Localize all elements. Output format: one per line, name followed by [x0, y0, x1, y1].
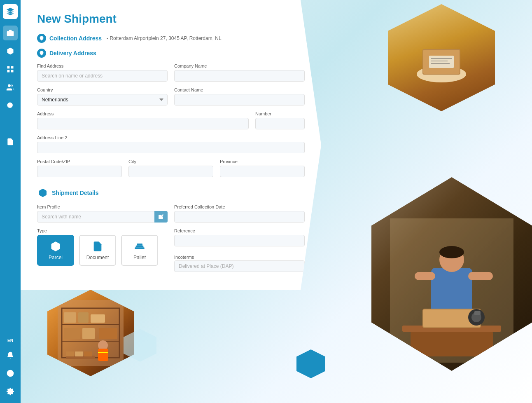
svg-rect-5: [7, 70, 10, 73]
sidebar-item-dashboard[interactable]: [3, 62, 18, 77]
shipment-details-section: Shipment Details Item Profile Preferred …: [37, 187, 305, 272]
contact-name-input[interactable]: [174, 94, 305, 105]
postal-group: Postal Code/ZIP: [37, 159, 122, 177]
contact-name-group: Contact Name: [174, 87, 305, 105]
province-group: Province: [220, 159, 305, 177]
collection-address-label: Collection Address: [49, 35, 102, 42]
address-group: Address: [37, 111, 249, 129]
sidebar-item-shipments[interactable]: [3, 26, 18, 40]
sidebar-item-help[interactable]: [3, 366, 18, 381]
number-group: Number: [255, 111, 305, 129]
incoterms-input[interactable]: [174, 260, 305, 272]
svg-rect-54: [75, 351, 83, 356]
reference-group: Reference Incoterms: [174, 228, 305, 272]
postal-input[interactable]: [37, 166, 122, 177]
type-label: Type: [37, 228, 168, 233]
svg-rect-48: [99, 328, 117, 339]
language-label[interactable]: EN: [7, 338, 13, 343]
number-label: Number: [255, 111, 305, 116]
svg-rect-38: [474, 311, 481, 315]
sidebar-item-users[interactable]: [3, 80, 18, 95]
svg-rect-46: [64, 328, 80, 339]
find-address-group: Find Address: [37, 63, 168, 82]
svg-point-56: [41, 37, 42, 39]
page-title: New Shipment: [37, 12, 305, 26]
province-input[interactable]: [220, 166, 305, 177]
sidebar: EN: [0, 0, 21, 403]
type-btn-document[interactable]: Document: [79, 235, 116, 266]
delivery-address-header: Delivery Address: [37, 49, 305, 58]
sidebar-item-settings[interactable]: [3, 384, 18, 399]
svg-rect-45: [91, 314, 105, 323]
svg-rect-22: [429, 56, 454, 68]
type-btn-document-label: Document: [86, 255, 109, 260]
svg-rect-31: [468, 272, 493, 280]
svg-rect-50: [98, 349, 108, 361]
postal-city-province-row: Postal Code/ZIP City Province: [37, 159, 305, 177]
item-profile-edit-button[interactable]: [154, 211, 168, 223]
address-label: Address: [37, 111, 249, 116]
postal-label: Postal Code/ZIP: [37, 159, 122, 164]
svg-rect-30: [415, 272, 435, 280]
address-input[interactable]: [37, 118, 249, 129]
collection-address-value: - Rotterdam Airportplein 27, 3045 AP, Ro…: [107, 35, 222, 41]
address-company-row: Find Address Company Name: [37, 63, 305, 82]
svg-rect-64: [137, 244, 142, 246]
contact-name-label: Contact Name: [174, 87, 305, 92]
svg-rect-0: [7, 31, 14, 36]
shipment-details-header: Shipment Details: [37, 187, 305, 199]
address2-group: Address Line 2: [37, 135, 305, 153]
company-name-input[interactable]: [174, 70, 305, 82]
preferred-collection-group: Preferred Collection Date: [174, 204, 305, 223]
sidebar-item-filters[interactable]: [3, 116, 18, 131]
delivery-address-icon: [37, 49, 46, 58]
type-group: Type Parcel Document Pallet: [37, 228, 168, 272]
address2-input[interactable]: [37, 142, 305, 153]
item-profile-row: Item Profile Preferred Collection Date: [37, 204, 305, 223]
country-select-wrapper: Netherlands Germany France Belgium Unite…: [37, 94, 168, 105]
sidebar-item-analytics[interactable]: [3, 152, 18, 167]
svg-rect-6: [11, 70, 14, 73]
preferred-collection-label: Preferred Collection Date: [174, 204, 305, 209]
type-btn-parcel-label: Parcel: [49, 255, 63, 260]
sidebar-item-packages[interactable]: [3, 44, 18, 59]
find-address-input[interactable]: [37, 70, 168, 82]
preferred-collection-input[interactable]: [174, 211, 305, 223]
svg-point-57: [41, 52, 42, 54]
svg-rect-55: [84, 351, 92, 356]
item-profile-input-wrapper: [37, 211, 168, 223]
type-btn-pallet[interactable]: Pallet: [121, 235, 158, 266]
svg-point-7: [8, 84, 11, 87]
find-address-label: Find Address: [37, 63, 168, 68]
province-label: Province: [220, 159, 305, 164]
reference-label: Reference: [174, 228, 305, 233]
city-input[interactable]: [128, 166, 213, 177]
reference-input[interactable]: [174, 235, 305, 246]
item-profile-label: Item Profile: [37, 204, 168, 209]
address-number-row: Address Number: [37, 111, 305, 129]
country-group: Country Netherlands Germany France Belgi…: [37, 87, 168, 105]
company-name-label: Company Name: [174, 63, 305, 68]
sidebar-item-search[interactable]: [3, 98, 18, 113]
svg-rect-4: [11, 66, 14, 69]
shipment-details-label: Shipment Details: [52, 190, 99, 196]
type-reference-row: Type Parcel Document Pallet: [37, 228, 305, 272]
type-btn-pallet-label: Pallet: [133, 255, 146, 260]
collection-address-icon: [37, 34, 46, 43]
item-profile-group: Item Profile: [37, 204, 168, 223]
type-btn-parcel[interactable]: Parcel: [37, 235, 74, 266]
svg-point-8: [7, 103, 13, 108]
sidebar-item-documents[interactable]: [3, 134, 18, 149]
svg-rect-63: [136, 245, 144, 247]
number-input[interactable]: [255, 118, 305, 129]
city-label: City: [128, 159, 213, 164]
country-select[interactable]: Netherlands Germany France Belgium Unite…: [37, 94, 168, 105]
country-contact-row: Country Netherlands Germany France Belgi…: [37, 87, 305, 105]
form-panel: New Shipment Collection Address - Rotter…: [21, 0, 321, 290]
app-logo[interactable]: [3, 4, 18, 19]
address2-row: Address Line 2: [37, 135, 305, 153]
type-buttons: Parcel Document Pallet: [37, 235, 168, 266]
sidebar-item-notifications[interactable]: [3, 348, 18, 363]
city-group: City: [128, 159, 213, 177]
item-profile-input[interactable]: [37, 211, 168, 223]
